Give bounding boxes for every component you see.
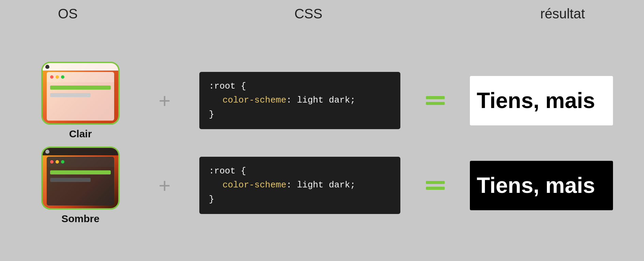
eq-bar-bottom-dark [426, 187, 445, 190]
code-property-dark: color-scheme [223, 180, 286, 190]
css-column-header: CSS [203, 6, 414, 21]
main-content: Clair + :root { color-scheme: light dark… [0, 25, 644, 261]
equals-sign-light [421, 96, 449, 105]
os-icon-light [41, 62, 120, 125]
content-bar-gray-light [50, 93, 91, 97]
os-label-light: Clair [69, 128, 92, 140]
icon-window-content-dark [47, 167, 114, 205]
content-bar-green-light [50, 86, 111, 90]
icon-menubar-dark [43, 148, 118, 155]
content-bar-gray-dark [50, 178, 91, 182]
column-headers: OS CSS résultat [0, 0, 644, 25]
apple-logo-light [45, 65, 49, 69]
code-line1-light: :root { [209, 79, 391, 94]
code-brace-close-dark: } [209, 194, 214, 204]
os-column-header: OS [13, 6, 122, 21]
icon-bg-dark [43, 148, 118, 208]
os-label-dark: Sombre [61, 213, 99, 225]
code-line2-light: color-scheme: light dark; [209, 93, 391, 108]
btn-green-light [61, 75, 64, 79]
icon-bg-light [43, 63, 118, 123]
code-property-light: color-scheme [223, 95, 286, 105]
code-block-dark: :root { color-scheme: light dark; } [199, 157, 400, 214]
equals-sign-dark [421, 181, 449, 190]
code-line2-dark: color-scheme: light dark; [209, 178, 391, 193]
apple-logo-dark [45, 150, 49, 154]
btn-green-dark [61, 160, 64, 164]
code-brace-close-light: } [209, 109, 214, 120]
icon-window-bar-dark [47, 157, 114, 167]
btn-yellow-dark [56, 160, 59, 164]
plus-sign-light: + [151, 89, 178, 112]
btn-yellow-light [56, 75, 59, 79]
icon-menubar-light [43, 63, 118, 71]
plus-sign-dark: + [151, 174, 178, 197]
result-box-dark: Tiens, mais [470, 161, 613, 210]
light-mode-row: Clair + :root { color-scheme: light dark… [20, 62, 624, 140]
result-column-header: résultat [494, 6, 631, 21]
os-icon-dark [41, 147, 120, 210]
os-icon-dark-wrapper: Sombre [31, 147, 130, 225]
code-line1-dark: :root { [209, 164, 391, 179]
code-selector-light: :root { [209, 81, 246, 91]
result-box-light: Tiens, mais [470, 76, 613, 125]
content-bar-green-dark [50, 170, 111, 174]
eq-bar-bottom-light [426, 102, 445, 105]
code-value-dark: light dark [292, 180, 350, 190]
dark-mode-row: Sombre + :root { color-scheme: light dar… [20, 147, 624, 225]
icon-window-bar-light [47, 72, 114, 82]
code-value-light: light dark [292, 95, 350, 105]
result-text-dark: Tiens, mais [477, 173, 595, 198]
code-line3-light: } [209, 108, 391, 122]
os-icon-light-wrapper: Clair [31, 62, 130, 140]
eq-bar-top-light [426, 96, 445, 99]
icon-window-content-light [47, 82, 114, 121]
eq-bar-top-dark [426, 181, 445, 184]
code-line3-dark: } [209, 193, 391, 207]
result-text-light: Tiens, mais [477, 88, 595, 113]
code-block-light: :root { color-scheme: light dark; } [199, 72, 400, 129]
btn-red-dark [50, 160, 53, 164]
btn-red-light [50, 75, 53, 79]
code-selector-dark: :root { [209, 166, 246, 176]
